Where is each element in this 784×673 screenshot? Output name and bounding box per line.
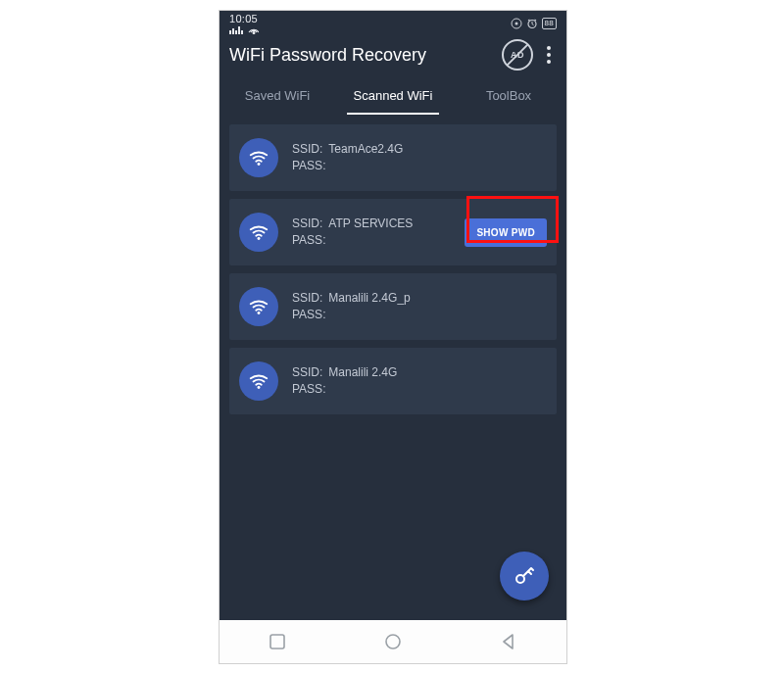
tab-label: Saved WiFi — [245, 88, 310, 103]
dnd-icon — [511, 18, 522, 29]
app-title: WiFi Password Recovery — [229, 45, 502, 66]
nav-back-button[interactable] — [498, 631, 519, 652]
android-nav-bar — [220, 620, 566, 663]
status-bar: 10:05 88 — [220, 11, 566, 34]
app-bar: WiFi Password Recovery AD — [220, 34, 566, 75]
svg-point-15 — [386, 635, 400, 649]
svg-point-5 — [253, 32, 255, 34]
battery-indicator: 88 — [542, 18, 558, 29]
wifi-icon — [239, 361, 278, 401]
tab-label: ToolBox — [486, 88, 531, 103]
network-info: SSID:Manalili 2.4GPASS: — [292, 364, 547, 398]
svg-point-9 — [258, 163, 261, 166]
ad-label: AD — [511, 50, 524, 60]
pass-label: PASS: — [292, 158, 325, 174]
fab-key-button[interactable] — [500, 552, 549, 601]
svg-point-12 — [258, 386, 261, 389]
ssid-value: ATP SERVICES — [328, 216, 413, 232]
tab-saved-wifi[interactable]: Saved WiFi — [220, 75, 335, 115]
network-info: SSID:Manalili 2.4G_pPASS: — [292, 290, 547, 323]
network-info: SSID:TeamAce2.4GPASS: — [292, 141, 547, 174]
tab-toolbox[interactable]: ToolBox — [451, 75, 566, 115]
ssid-label: SSID: — [292, 141, 322, 158]
svg-rect-1 — [232, 28, 234, 34]
signal-icon — [229, 24, 262, 34]
network-card[interactable]: SSID:Manalili 2.4G_pPASS: — [229, 273, 557, 340]
ssid-label: SSID: — [292, 290, 322, 307]
phone-screen: 10:05 88 WiFi Password Recovery AD — [219, 10, 567, 664]
battery-percent: 88 — [542, 18, 558, 29]
ssid-value: Manalili 2.4G — [328, 364, 397, 381]
nav-home-button[interactable] — [382, 631, 404, 652]
nav-recent-button[interactable] — [267, 631, 288, 652]
svg-point-11 — [258, 312, 261, 314]
ssid-value: TeamAce2.4G — [328, 141, 403, 158]
status-time: 10:05 — [229, 13, 262, 34]
network-card[interactable]: SSID:TeamAce2.4GPASS: — [229, 124, 557, 191]
no-ads-button[interactable]: AD — [502, 39, 533, 71]
network-card[interactable]: SSID:Manalili 2.4GPASS: — [229, 348, 557, 414]
ssid-value: Manalili 2.4G_p — [328, 290, 410, 307]
wifi-icon — [239, 287, 278, 326]
svg-point-7 — [514, 23, 517, 25]
svg-rect-0 — [229, 30, 231, 34]
wifi-icon — [239, 213, 278, 252]
alarm-icon — [526, 18, 538, 29]
network-card[interactable]: SSID:ATP SERVICESPASS:SHOW PWD — [229, 199, 557, 265]
ssid-label: SSID: — [292, 364, 322, 381]
tab-label: Scanned WiFi — [354, 88, 433, 103]
svg-rect-4 — [241, 30, 243, 34]
svg-rect-3 — [238, 26, 240, 34]
overflow-menu-button[interactable] — [541, 40, 557, 70]
svg-rect-2 — [235, 30, 237, 34]
clock-text: 10:05 — [229, 13, 258, 24]
svg-rect-14 — [270, 635, 284, 649]
wifi-icon — [239, 138, 278, 177]
ssid-label: SSID: — [292, 216, 322, 232]
tab-bar: Saved WiFi Scanned WiFi ToolBox — [220, 75, 566, 115]
pass-label: PASS: — [292, 381, 325, 398]
network-list: SSID:TeamAce2.4GPASS:SSID:ATP SERVICESPA… — [220, 115, 566, 414]
key-icon — [513, 564, 536, 588]
show-password-button[interactable]: SHOW PWD — [465, 218, 547, 247]
pass-label: PASS: — [292, 232, 325, 249]
pass-label: PASS: — [292, 307, 325, 323]
svg-point-10 — [258, 237, 261, 240]
tab-scanned-wifi[interactable]: Scanned WiFi — [335, 75, 451, 115]
network-info: SSID:ATP SERVICESPASS: — [292, 216, 465, 249]
